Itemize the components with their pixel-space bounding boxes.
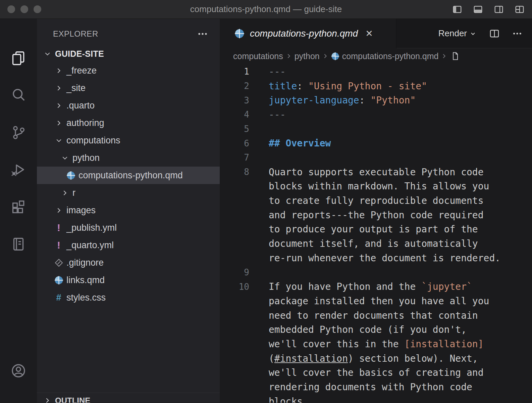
chevron-right-icon[interactable] xyxy=(54,101,64,110)
tree-item--quarto[interactable]: .quarto xyxy=(37,97,220,114)
chevron-down-icon[interactable] xyxy=(42,50,52,58)
tree-item-label: python xyxy=(72,153,100,163)
yaml-file-icon: ! xyxy=(54,222,64,233)
line-number: 6 xyxy=(220,138,249,148)
line-content: jupyter-language: "Python" xyxy=(269,95,416,106)
code-line[interactable]: 4--- xyxy=(220,107,532,122)
extensions-icon[interactable] xyxy=(0,188,37,225)
outline-section-header[interactable]: OUTLINE xyxy=(37,393,220,403)
quarto-file-icon xyxy=(234,29,245,39)
git-file-icon xyxy=(54,258,64,267)
tree-item-label: .gitignore xyxy=(66,258,104,268)
code-line[interactable]: re-run whenever the document is rendered… xyxy=(220,251,532,265)
search-icon[interactable] xyxy=(0,76,37,114)
breadcrumb-item-computations[interactable]: computations xyxy=(233,51,283,61)
code-line[interactable]: 5 xyxy=(220,122,532,136)
tab-computations-python[interactable]: computations-python.qmd ✕ xyxy=(220,19,396,48)
document-symbol-icon xyxy=(450,51,460,61)
code-line[interactable]: and reports---the Python code required xyxy=(220,208,532,222)
line-number: 9 xyxy=(220,267,249,277)
breadcrumb-item-file[interactable]: computations-python.qmd xyxy=(342,51,439,61)
code-editor[interactable]: 1---2title: "Using Python - site"3jupyte… xyxy=(220,64,532,403)
zoom-window-icon[interactable] xyxy=(34,5,41,13)
close-tab-icon[interactable]: ✕ xyxy=(365,28,373,39)
tree-item--publish-yml[interactable]: !_publish.yml xyxy=(37,219,220,236)
code-line[interactable]: embedded Python code (if you don't, xyxy=(220,322,532,337)
code-line[interactable]: to produce your output is part of the xyxy=(220,222,532,237)
tree-item-label: _site xyxy=(66,83,86,93)
breadcrumb-item-python[interactable]: python xyxy=(295,51,320,61)
tree-item-authoring[interactable]: authoring xyxy=(37,114,220,132)
chevron-right-icon[interactable] xyxy=(60,189,70,197)
split-editor-icon[interactable] xyxy=(489,28,500,39)
code-line[interactable]: we'll cover this in the [installation] xyxy=(220,337,532,351)
code-line[interactable]: document itself, and is automatically xyxy=(220,236,532,251)
explorer-icon[interactable] xyxy=(0,39,37,76)
chevron-down-icon[interactable] xyxy=(60,154,70,162)
panel-left-icon[interactable] xyxy=(452,4,462,14)
layout-icon[interactable] xyxy=(515,4,525,14)
line-number: 4 xyxy=(220,109,249,120)
close-window-icon[interactable] xyxy=(7,5,15,13)
tree-item--quarto-yml[interactable]: !_quarto.yml xyxy=(37,236,220,254)
line-number: 8 xyxy=(220,167,249,177)
code-line[interactable]: rendering documents with Python code xyxy=(220,380,532,394)
line-content: to produce your output is part of the xyxy=(269,224,478,235)
tree-item-computations-python-qmd[interactable]: computations-python.qmd xyxy=(37,167,220,184)
chevron-right-icon[interactable] xyxy=(54,206,64,215)
tree-item--freeze[interactable]: _freeze xyxy=(37,62,220,79)
code-line[interactable]: we'll cover the basics of creating and xyxy=(220,365,532,380)
code-line[interactable]: 3jupyter-language: "Python" xyxy=(220,93,532,107)
code-line[interactable]: need to render documents that contain xyxy=(220,308,532,323)
chevron-right-icon[interactable] xyxy=(54,66,64,75)
line-content: rendering documents with Python code xyxy=(269,382,472,393)
chevron-right-icon xyxy=(285,52,292,60)
chevron-right-icon[interactable] xyxy=(54,84,64,92)
tree-item--site[interactable]: _site xyxy=(37,79,220,97)
code-line[interactable]: 10If you have Python and the `jupyter` xyxy=(220,279,532,294)
tab-bar: computations-python.qmd ✕ Render xyxy=(220,19,532,48)
editor-group: computations-python.qmd ✕ Render computa… xyxy=(220,19,532,403)
code-line[interactable]: 2title: "Using Python - site" xyxy=(220,79,532,93)
code-line[interactable]: package installed then you have all you xyxy=(220,294,532,308)
notebook-icon[interactable] xyxy=(0,225,37,263)
code-line[interactable]: 1--- xyxy=(220,64,532,79)
sidebar-header: EXPLORER xyxy=(37,19,220,44)
run-and-debug-icon[interactable] xyxy=(0,151,37,188)
panel-bottom-icon[interactable] xyxy=(473,4,483,14)
tree-item-images[interactable]: images xyxy=(37,202,220,219)
breadcrumb: computations python computations-python.… xyxy=(220,48,532,64)
code-line[interactable]: blocks. xyxy=(220,394,532,403)
source-control-icon[interactable] xyxy=(0,114,37,151)
more-actions-icon[interactable] xyxy=(197,28,208,40)
line-content: re-run whenever the document is rendered… xyxy=(269,253,500,264)
quarto-file-icon xyxy=(54,276,64,285)
tree-root-guide-site[interactable]: GUIDE-SITE xyxy=(37,46,220,62)
tree-item-computations[interactable]: computations xyxy=(37,132,220,149)
more-actions-icon[interactable] xyxy=(512,28,523,39)
code-line[interactable]: 9 xyxy=(220,265,532,280)
tree-item-r[interactable]: r xyxy=(37,184,220,202)
code-line[interactable]: 7 xyxy=(220,150,532,165)
workbench: EXPLORER GUIDE-SITE _freeze_site.quartoa… xyxy=(0,19,532,403)
account-icon[interactable] xyxy=(0,352,37,389)
code-line[interactable]: to create fully reproducible documents xyxy=(220,193,532,208)
code-line[interactable]: 8Quarto supports executable Python code xyxy=(220,165,532,179)
css-file-icon: # xyxy=(54,293,64,303)
chevron-right-icon[interactable] xyxy=(54,119,64,127)
code-line[interactable]: 6## Overview xyxy=(220,136,532,150)
tree-item-python[interactable]: python xyxy=(37,149,220,167)
tree-item-links-qmd[interactable]: links.qmd xyxy=(37,271,220,289)
tree-item-label: links.qmd xyxy=(66,275,105,285)
tree-item--gitignore[interactable]: .gitignore xyxy=(37,254,220,271)
line-number: 10 xyxy=(220,282,249,292)
chevron-right-icon xyxy=(322,52,329,60)
tree-item-styles-css[interactable]: #styles.css xyxy=(37,289,220,306)
render-button[interactable]: Render xyxy=(438,28,477,39)
panel-right-icon[interactable] xyxy=(494,4,504,14)
tree-item-label: images xyxy=(66,205,96,216)
code-line[interactable]: (#installation) section below). Next, xyxy=(220,351,532,366)
minimize-window-icon[interactable] xyxy=(20,5,28,13)
code-line[interactable]: blocks within markdown. This allows you xyxy=(220,179,532,194)
chevron-down-icon[interactable] xyxy=(54,136,64,145)
